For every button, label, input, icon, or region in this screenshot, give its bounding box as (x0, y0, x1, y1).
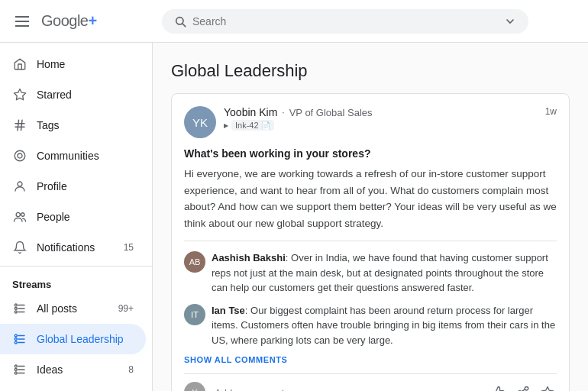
notifications-badge: 15 (124, 242, 134, 253)
svg-marker-41 (542, 387, 554, 391)
comment2-avatar: IT (184, 304, 205, 325)
sidebar-item-ideas[interactable]: Ideas 8 (0, 354, 146, 385)
sidebar-item-tags[interactable]: Tags (0, 110, 146, 141)
sidebar-people-label: People (37, 211, 134, 223)
show-all-comments[interactable]: SHOW ALL COMMENTS (184, 355, 557, 364)
sidebar-item-global-leadership[interactable]: Global Leadership (0, 324, 146, 354)
sidebar-item-all-posts[interactable]: All posts 99+ (0, 293, 146, 324)
ink-badge: Ink-42 📄 (231, 120, 274, 131)
svg-point-24 (15, 365, 17, 367)
sidebar-profile-label: Profile (37, 180, 134, 192)
chevron-down-icon (504, 15, 516, 27)
post-author-name: Yoobin Kim (224, 106, 277, 118)
page-title: Global Leadership (171, 61, 570, 81)
layout: Home Starred Tags Communities Profile (0, 43, 588, 391)
svg-marker-2 (15, 89, 26, 100)
svg-point-11 (21, 213, 25, 217)
post-time: 1w (545, 106, 557, 117)
main-content: Global Leadership YK Yoobin Kim · VP of … (153, 43, 588, 391)
ideas-badge: 8 (128, 364, 134, 375)
share-button[interactable] (514, 383, 532, 391)
comment1-author: Aashish Bakshi (212, 252, 286, 263)
svg-point-14 (15, 311, 17, 313)
ideas-icon (12, 362, 27, 377)
sidebar-item-communities[interactable]: Communities (0, 141, 146, 171)
svg-line-1 (183, 24, 186, 27)
sidebar-item-people[interactable]: People (0, 202, 146, 232)
sidebar-notifications-label: Notifications (37, 241, 115, 254)
comment-1: AB Aashish Bakshi: Over in India, we hav… (184, 250, 557, 296)
svg-line-5 (18, 120, 19, 131)
menu-button[interactable] (12, 13, 32, 30)
sidebar-home-label: Home (37, 58, 134, 70)
sidebar: Home Starred Tags Communities Profile (0, 43, 153, 391)
svg-point-13 (15, 308, 17, 310)
post-meta: Yoobin Kim · VP of Global Sales ▶ Ink-42… (224, 106, 545, 131)
home-icon (12, 57, 27, 72)
profile-icon (12, 179, 27, 194)
post-actions (489, 383, 557, 391)
communities-icon (12, 148, 27, 163)
post-body: Hi everyone, we are working towards a re… (184, 166, 557, 231)
svg-point-26 (15, 372, 17, 374)
sidebar-divider (0, 266, 152, 267)
comment2-text: Ian Tse: Our biggest complaint has been … (212, 303, 557, 348)
document-icon: 📄 (261, 121, 270, 130)
comment1-text: Aashish Bakshi: Over in India, we have f… (212, 250, 557, 296)
star-icon (12, 87, 27, 102)
sidebar-global-leadership-label: Global Leadership (37, 333, 134, 345)
sidebar-all-posts-label: All posts (37, 302, 109, 315)
add-comment-input[interactable] (215, 387, 486, 391)
comments-divider (184, 241, 557, 241)
all-posts-badge: 99+ (118, 303, 134, 314)
sidebar-communities-label: Communities (37, 150, 134, 162)
global-leadership-icon (12, 331, 27, 347)
post-card: YK Yoobin Kim · VP of Global Sales ▶ Ink… (171, 93, 570, 391)
comment2-author: Ian Tse (212, 305, 245, 316)
svg-point-19 (15, 338, 17, 341)
sidebar-starred-label: Starred (37, 89, 134, 101)
search-icon (174, 15, 186, 27)
sidebar-item-questions[interactable]: Questions 10 (0, 385, 146, 391)
comment-2: IT Ian Tse: Our biggest complaint has be… (184, 303, 557, 348)
sidebar-item-profile[interactable]: Profile (0, 171, 146, 202)
post-sub: ▶ Ink-42 📄 (224, 120, 545, 131)
sidebar-tags-label: Tags (37, 119, 134, 131)
like-button[interactable] (489, 383, 508, 391)
people-icon (12, 209, 27, 225)
svg-point-20 (15, 341, 17, 344)
sidebar-item-home[interactable]: Home (0, 49, 146, 79)
post-question: What's been working in your stores? (184, 147, 557, 160)
streams-title: Streams (0, 270, 152, 293)
svg-point-25 (15, 369, 17, 371)
current-user-avatar: Y (184, 382, 205, 391)
topbar-left: Google+ (12, 12, 150, 30)
svg-point-8 (18, 153, 22, 158)
post-footer: Y (184, 373, 557, 391)
svg-point-10 (16, 212, 20, 216)
bell-icon (12, 240, 27, 255)
svg-point-7 (15, 150, 25, 161)
svg-point-18 (15, 334, 17, 337)
search-bar[interactable] (162, 9, 528, 34)
sidebar-item-notifications[interactable]: Notifications 15 (0, 232, 146, 263)
save-button[interactable] (538, 383, 557, 391)
search-input[interactable] (192, 15, 498, 27)
topbar: Google+ (0, 0, 588, 43)
post-author-role: VP of Global Sales (289, 107, 373, 118)
all-posts-icon (12, 301, 27, 316)
hash-icon (12, 118, 27, 133)
svg-line-6 (21, 120, 23, 131)
logo: Google+ (41, 12, 97, 30)
sidebar-ideas-label: Ideas (37, 364, 119, 376)
svg-point-9 (18, 182, 22, 186)
author-avatar: YK (184, 106, 216, 138)
comment1-avatar: AB (184, 251, 205, 273)
sidebar-item-starred[interactable]: Starred (0, 79, 146, 110)
svg-point-12 (15, 304, 17, 306)
triangle-icon: ▶ (224, 122, 228, 129)
post-header: YK Yoobin Kim · VP of Global Sales ▶ Ink… (184, 106, 557, 138)
comment2-body: Our biggest complaint has been around re… (212, 305, 555, 346)
